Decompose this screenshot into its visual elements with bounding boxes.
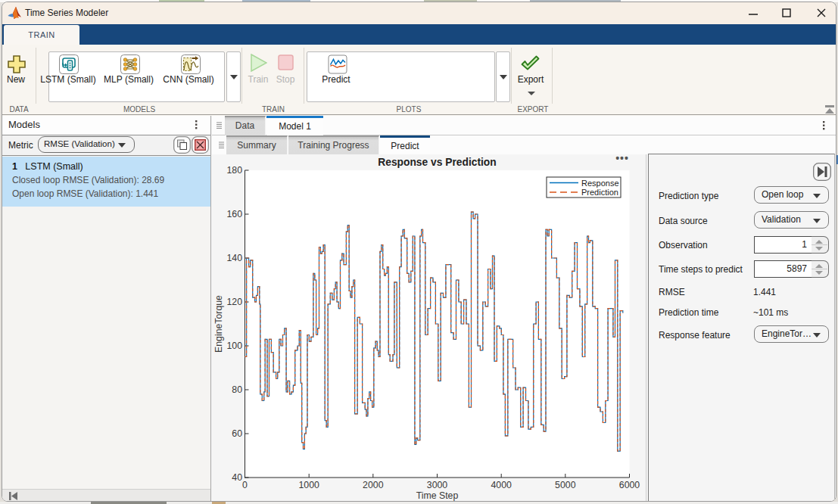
svg-text:•••: ••• bbox=[615, 154, 629, 164]
svg-text:60: 60 bbox=[232, 428, 242, 439]
svg-text:Prediction: Prediction bbox=[581, 188, 618, 197]
svg-text:4000: 4000 bbox=[491, 480, 512, 490]
svg-text:120: 120 bbox=[226, 297, 242, 307]
svg-text:2000: 2000 bbox=[363, 480, 384, 490]
svg-text:Time Step: Time Step bbox=[416, 490, 459, 501]
svg-text:140: 140 bbox=[226, 253, 242, 263]
svg-text:0: 0 bbox=[242, 480, 248, 490]
svg-text:6000: 6000 bbox=[619, 480, 640, 490]
svg-text:40: 40 bbox=[232, 472, 242, 483]
svg-text:1000: 1000 bbox=[299, 480, 320, 490]
svg-text:EngineTorque: EngineTorque bbox=[213, 295, 224, 353]
svg-text:100: 100 bbox=[226, 341, 242, 351]
svg-text:180: 180 bbox=[226, 165, 242, 176]
svg-text:Response vs Prediction: Response vs Prediction bbox=[378, 157, 496, 168]
svg-text:160: 160 bbox=[226, 209, 242, 219]
svg-text:Response: Response bbox=[581, 179, 619, 188]
svg-text:5000: 5000 bbox=[555, 480, 576, 490]
svg-text:80: 80 bbox=[232, 384, 242, 395]
svg-text:3000: 3000 bbox=[427, 480, 448, 490]
